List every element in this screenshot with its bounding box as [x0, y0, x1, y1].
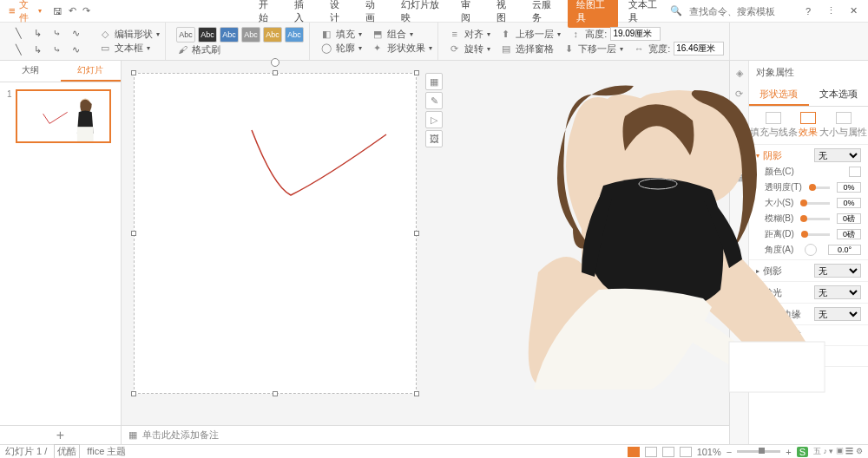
- resize-handle[interactable]: [273, 391, 278, 396]
- trans-slider[interactable]: [809, 186, 830, 189]
- undo-icon[interactable]: ↶: [65, 3, 80, 19]
- select-pane-btn[interactable]: 选择窗格: [516, 43, 554, 56]
- tab-slides[interactable]: 幻灯片: [61, 61, 122, 82]
- ft-picture-icon[interactable]: 🖼: [425, 130, 443, 147]
- line-tool-3[interactable]: ⤷: [49, 25, 64, 41]
- outline-btn[interactable]: 轮廓: [336, 42, 355, 55]
- slide-panel: 大纲 幻灯片 1 +: [0, 61, 122, 444]
- ime-text: 五 ♪ ▾ ▣ ☰ ⚙: [813, 446, 863, 457]
- style-1[interactable]: Abc: [176, 27, 195, 43]
- slide-indicator: 幻灯片 1 /: [5, 445, 47, 458]
- help-icon[interactable]: ?: [800, 3, 816, 19]
- fill-btn[interactable]: 填充: [336, 28, 355, 41]
- edit-shape-icon: ◇: [99, 29, 111, 41]
- add-slide-btn[interactable]: +: [0, 425, 121, 444]
- search-input[interactable]: [689, 6, 793, 16]
- zoom-value[interactable]: 101%: [697, 447, 721, 457]
- fx-icon: ✦: [372, 43, 384, 55]
- resize-handle[interactable]: [414, 391, 419, 396]
- zoom-slider[interactable]: [737, 450, 780, 453]
- height-input[interactable]: [610, 27, 661, 41]
- ft-play-icon[interactable]: ▷: [425, 111, 443, 128]
- scribble-path: [247, 126, 395, 213]
- combine-icon: ⬒: [372, 29, 384, 41]
- outline-icon: ◯: [320, 43, 332, 55]
- format-painter-icon: 🖌: [176, 43, 188, 56]
- color-swatch[interactable]: [849, 167, 861, 177]
- up-btn[interactable]: 上移一层: [516, 28, 554, 41]
- file-menu[interactable]: 文件▾: [0, 0, 50, 22]
- style-2[interactable]: Abc: [198, 27, 217, 43]
- view-normal-icon[interactable]: [628, 447, 640, 457]
- rotate-icon: ⟳: [449, 43, 461, 55]
- style-3[interactable]: Abc: [220, 27, 239, 43]
- format-painter[interactable]: 格式刷: [192, 43, 220, 56]
- combine-btn[interactable]: 组合: [387, 28, 406, 41]
- resize-handle[interactable]: [131, 70, 136, 75]
- zoom-in-icon[interactable]: +: [786, 447, 791, 457]
- width-input[interactable]: [674, 42, 724, 56]
- select-pane-icon: ▤: [500, 43, 512, 55]
- size-slider[interactable]: [800, 202, 830, 205]
- dist-slider[interactable]: [801, 233, 830, 236]
- resize-handle[interactable]: [414, 231, 419, 236]
- down-icon: ⬇: [562, 43, 575, 55]
- tab-outline[interactable]: 大纲: [0, 61, 61, 82]
- selected-shape[interactable]: [134, 73, 417, 394]
- line-tool-8[interactable]: ∿: [68, 42, 83, 57]
- style-6[interactable]: Abc: [285, 27, 304, 43]
- model-photo: [451, 73, 842, 394]
- style-4[interactable]: Abc: [241, 27, 260, 43]
- status-bar: 幻灯片 1 / 优酷 ffice 主题 101% − + S 五 ♪ ▾ ▣ ☰…: [0, 444, 868, 458]
- textbox-btn[interactable]: 文本框: [115, 42, 143, 55]
- view-reading-icon[interactable]: [662, 447, 674, 457]
- line-tool-4[interactable]: ∿: [68, 25, 83, 41]
- up-icon: ⬆: [500, 28, 512, 40]
- editor-area: ▦ ✎ ▷ 🖼 ▦单击此处添加备注: [122, 61, 729, 444]
- floating-toolbar: ▦ ✎ ▷ 🖼: [425, 73, 443, 147]
- edit-shape-btn[interactable]: 编辑形状: [115, 28, 153, 41]
- resize-handle[interactable]: [414, 70, 419, 75]
- line-tool-7[interactable]: ⤷: [49, 42, 64, 57]
- svg-rect-3: [729, 342, 825, 392]
- width-icon: ↔: [633, 43, 645, 55]
- resize-handle[interactable]: [131, 391, 136, 396]
- shape-fx-btn[interactable]: 形状效果: [387, 42, 425, 55]
- line-tool-1[interactable]: ╲: [10, 25, 26, 41]
- fill-icon: ◧: [320, 29, 332, 41]
- blur-slider[interactable]: [800, 218, 830, 220]
- line-tool-6[interactable]: ↳: [30, 42, 45, 57]
- slide-thumb-1[interactable]: 1: [7, 89, 114, 143]
- zoom-out-icon[interactable]: −: [727, 447, 732, 457]
- view-sorter-icon[interactable]: [645, 447, 657, 457]
- rotate-btn[interactable]: 旋转: [464, 43, 483, 56]
- rotate-handle[interactable]: [271, 58, 279, 67]
- line-tool-2[interactable]: ↳: [30, 25, 45, 41]
- align-icon: ≡: [449, 28, 461, 40]
- ime-badge: S: [797, 447, 808, 457]
- ft-edit-icon[interactable]: ✎: [425, 92, 443, 109]
- view-show-icon[interactable]: [680, 447, 692, 457]
- title-bar: 文件▾ 🖫 ↶ ↷ 开始插入设计动画幻灯片放映审阅视图云服务绘图工具文本工具 🔍…: [0, 0, 868, 23]
- save-icon[interactable]: 🖫: [50, 3, 65, 19]
- textbox-icon: ▭: [99, 43, 111, 55]
- redo-icon[interactable]: ↷: [79, 3, 94, 19]
- line-tool-5[interactable]: ╲: [10, 42, 26, 57]
- align-btn[interactable]: 对齐: [464, 28, 483, 41]
- svg-rect-1: [76, 127, 93, 141]
- resize-handle[interactable]: [131, 231, 136, 236]
- down-btn[interactable]: 下移一层: [578, 43, 616, 56]
- close-icon[interactable]: ✕: [845, 3, 861, 19]
- more-icon[interactable]: ⋮: [823, 3, 838, 19]
- ft-layout-icon[interactable]: ▦: [425, 73, 443, 90]
- ribbon: ╲ ↳ ⤷ ∿ ╲ ↳ ⤷ ∿ ◇编辑形状▾ ▭文本框▾ Abc Abc Abc…: [0, 23, 868, 61]
- style-5[interactable]: Abc: [263, 27, 282, 43]
- height-icon: ↕: [569, 28, 582, 40]
- notes-area[interactable]: ▦单击此处添加备注: [122, 425, 729, 444]
- resize-handle[interactable]: [273, 70, 278, 75]
